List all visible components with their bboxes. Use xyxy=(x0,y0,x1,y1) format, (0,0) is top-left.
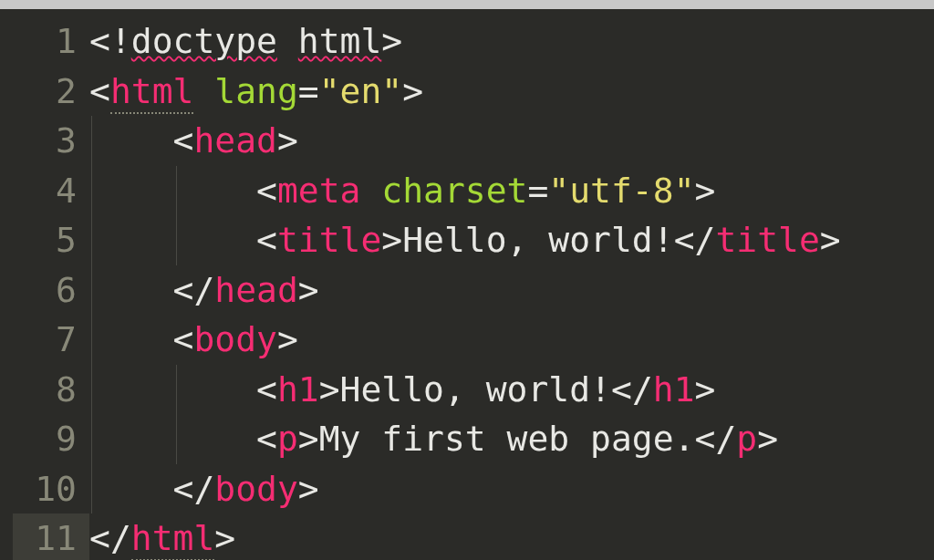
punctuation: </ xyxy=(173,469,215,509)
line-number-active: 11 xyxy=(13,513,89,560)
doctype-html: html xyxy=(298,21,382,61)
punctuation: < xyxy=(256,171,277,211)
line-number: 2 xyxy=(56,67,77,117)
line-number: 4 xyxy=(56,166,77,216)
line-number: 3 xyxy=(56,116,77,166)
line-number: 5 xyxy=(56,215,77,265)
punctuation: > xyxy=(298,469,319,509)
doctype-keyword: doctype xyxy=(131,21,277,61)
line-number: 9 xyxy=(56,414,77,464)
tag-p-close: p xyxy=(736,419,757,459)
punctuation: </ xyxy=(695,419,737,459)
punctuation: > xyxy=(214,518,235,558)
tag-title-close: title xyxy=(715,220,819,260)
punctuation: > xyxy=(695,369,716,410)
tag-h1: h1 xyxy=(277,369,319,410)
punctuation: > xyxy=(381,21,402,61)
tag-html: html xyxy=(110,71,194,114)
punctuation: </ xyxy=(89,518,131,558)
code-line[interactable]: <!doctype html> xyxy=(89,16,934,67)
code-line[interactable]: <title>Hello, world!</title> xyxy=(89,215,934,265)
code-line[interactable]: <h1>Hello, world!</h1> xyxy=(89,365,934,415)
punctuation: > xyxy=(402,71,423,111)
string-utf8: "utf-8" xyxy=(548,171,694,211)
attr-charset: charset xyxy=(360,171,527,211)
text-hello-world-h1: Hello, world! xyxy=(340,369,611,410)
tag-head: head xyxy=(193,120,277,161)
code-line[interactable]: <body> xyxy=(89,315,934,365)
punctuation: > xyxy=(277,319,298,359)
string-en: "en" xyxy=(319,71,403,111)
line-number: 10 xyxy=(35,464,77,514)
punctuation: = xyxy=(298,71,319,111)
punctuation: > xyxy=(277,120,298,161)
code-line[interactable]: </body> xyxy=(89,464,934,514)
punctuation: < xyxy=(89,71,110,111)
tag-title: title xyxy=(277,220,381,260)
punctuation: </ xyxy=(173,270,215,310)
code-line[interactable]: <head> xyxy=(89,116,934,166)
punctuation: > xyxy=(298,419,319,459)
code-line[interactable]: </html> xyxy=(89,513,934,560)
code-line[interactable]: <html lang="en"> xyxy=(89,67,934,117)
window-top-bar xyxy=(0,0,934,9)
punctuation: > xyxy=(695,171,716,211)
punctuation: < xyxy=(256,419,277,459)
punctuation: </ xyxy=(611,369,653,410)
punctuation: < xyxy=(173,319,194,359)
line-number: 6 xyxy=(56,265,77,316)
code-line[interactable]: <meta charset="utf-8"> xyxy=(89,166,934,216)
punctuation: = xyxy=(527,171,548,211)
text-first-page: My first web page. xyxy=(319,419,695,459)
punctuation: </ xyxy=(674,220,716,260)
punctuation: < xyxy=(256,369,277,410)
tag-body: body xyxy=(193,319,277,359)
punctuation: > xyxy=(298,270,319,310)
punctuation: > xyxy=(757,419,778,459)
punctuation: < xyxy=(173,120,194,161)
line-number-gutter: 1 2 3 4 5 6 7 8 9 10 11 xyxy=(0,16,89,560)
tag-h1-close: h1 xyxy=(653,369,695,410)
line-number: 1 xyxy=(56,16,77,67)
punctuation: > xyxy=(381,220,402,260)
tag-html-close: html xyxy=(131,518,215,560)
punctuation: < xyxy=(256,220,277,260)
attr-lang: lang xyxy=(193,71,297,111)
tag-meta: meta xyxy=(277,171,361,211)
punctuation: > xyxy=(319,369,340,410)
line-number: 8 xyxy=(56,365,77,415)
tag-p: p xyxy=(277,419,298,459)
text-hello-world: Hello, world! xyxy=(402,220,673,260)
code-content[interactable]: <!doctype html> <html lang="en"> <head> … xyxy=(89,16,934,560)
code-editor[interactable]: 1 2 3 4 5 6 7 8 9 10 11 <!doctype html> … xyxy=(0,9,934,560)
code-line[interactable]: <p>My first web page.</p> xyxy=(89,414,934,464)
tag-body-close: body xyxy=(214,469,298,509)
punctuation: > xyxy=(820,220,841,260)
code-line[interactable]: </head> xyxy=(89,265,934,316)
tag-head-close: head xyxy=(214,270,298,310)
punctuation: <! xyxy=(89,21,131,61)
line-number: 7 xyxy=(56,315,77,365)
